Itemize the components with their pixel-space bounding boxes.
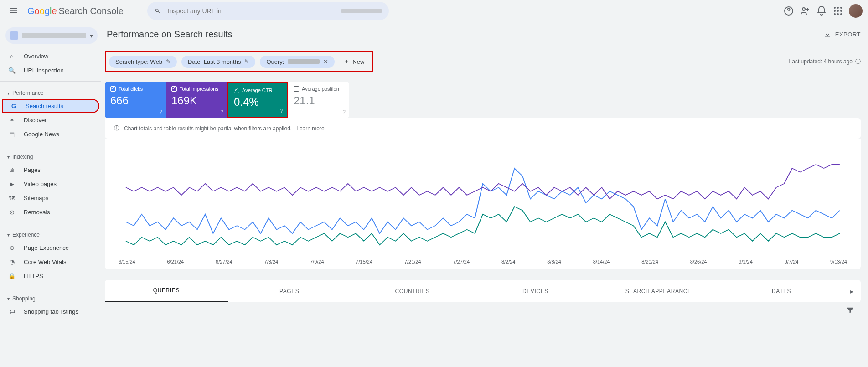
sidebar-section-indexing[interactable]: Indexing: [0, 149, 101, 163]
chevron-down-icon: ▾: [90, 32, 93, 39]
partial-data-notice: ⓘ Chart totals and table results might b…: [105, 118, 861, 139]
pencil-icon: ✎: [166, 58, 170, 65]
sitemap-icon: 🗺: [7, 195, 16, 202]
export-button[interactable]: EXPORT: [823, 31, 861, 39]
url-inspect-input[interactable]: [168, 7, 334, 15]
video-icon: ▶: [7, 181, 16, 187]
checkbox-icon: [234, 88, 239, 93]
add-filter-button[interactable]: ＋ New: [339, 55, 369, 68]
sidebar-item-search-results[interactable]: G Search results: [2, 99, 99, 113]
apps-icon[interactable]: [832, 5, 843, 16]
sidebar-item-https[interactable]: 🔒 HTTPS: [0, 269, 101, 283]
svg-point-6: [837, 10, 839, 12]
results-tabs: QUERIES PAGES COUNTRIES DEVICES SEARCH A…: [105, 280, 861, 302]
speed-icon: ◔: [7, 258, 16, 265]
sidebar-item-core-web-vitals[interactable]: ◔ Core Web Vitals: [0, 255, 101, 269]
help-icon[interactable]: ⓘ: [855, 58, 861, 66]
news-icon: ▤: [7, 131, 16, 138]
sidebar-item-discover[interactable]: ✶ Discover: [0, 113, 101, 127]
sidebar-section-experience[interactable]: Experience: [0, 227, 101, 241]
filter-search-type[interactable]: Search type: Web ✎: [109, 56, 177, 68]
download-icon: [823, 31, 832, 39]
line-chart: [114, 148, 852, 257]
metric-card-position[interactable]: Average position 21.1 ?: [288, 82, 349, 118]
sidebar-item-shopping-tab[interactable]: 🏷 Shopping tab listings: [0, 305, 101, 319]
filter-date[interactable]: Date: Last 3 months ✎: [181, 56, 255, 68]
svg-point-7: [840, 10, 842, 12]
tab-dates[interactable]: DATES: [720, 281, 843, 302]
sidebar-item-video-pages[interactable]: ▶ Video pages: [0, 177, 101, 191]
sidebar-item-pages[interactable]: 🗎 Pages: [0, 163, 101, 177]
google-icon: G: [9, 103, 18, 109]
sidebar-item-page-experience[interactable]: ⊕ Page Experience: [0, 241, 101, 255]
svg-point-4: [840, 7, 842, 9]
redacted-domain: [341, 9, 382, 13]
performance-chart: 6/15/246/21/246/27/247/3/247/9/247/15/24…: [105, 139, 861, 269]
property-name-redacted: [22, 33, 86, 38]
property-selector[interactable]: ▾: [5, 27, 98, 44]
sidebar-item-removals[interactable]: ⊘ Removals: [0, 205, 101, 219]
url-inspect-search[interactable]: [147, 2, 389, 20]
filter-query[interactable]: Query: ✕: [260, 56, 335, 68]
page-title: Performance on Search results: [107, 29, 232, 40]
tab-devices[interactable]: DEVICES: [474, 281, 597, 302]
search-icon: 🔍: [7, 67, 16, 74]
svg-point-10: [840, 13, 842, 15]
filter-icon[interactable]: [105, 302, 861, 315]
svg-point-1: [802, 8, 805, 10]
chevron-right-icon[interactable]: ▸: [843, 288, 861, 295]
checkbox-icon: [110, 86, 116, 92]
pencil-icon: ✎: [244, 58, 249, 65]
plus-circle-icon: ⊕: [7, 244, 16, 251]
users-icon[interactable]: [800, 5, 811, 16]
checkbox-icon: [171, 86, 177, 92]
metric-card-impressions[interactable]: Total impressions 169K ?: [166, 82, 227, 118]
learn-more-link[interactable]: Learn more: [296, 125, 324, 132]
svg-point-8: [834, 13, 836, 15]
home-icon: ⌂: [7, 53, 16, 60]
metric-card-ctr[interactable]: Average CTR 0.4% ?: [227, 82, 288, 118]
tab-countries[interactable]: COUNTRIES: [351, 281, 474, 302]
sidebar-item-google-news[interactable]: ▤ Google News: [0, 127, 101, 141]
query-value-redacted: [288, 59, 320, 64]
property-thumb: [10, 31, 18, 40]
chart-x-axis: 6/15/246/21/246/27/247/3/247/9/247/15/24…: [114, 259, 852, 264]
app-logo[interactable]: Google Search Console: [27, 6, 124, 16]
svg-point-9: [837, 13, 839, 15]
sidebar-section-shopping[interactable]: Shopping: [0, 291, 101, 305]
menu-icon[interactable]: [5, 2, 22, 20]
help-icon[interactable]: ?: [220, 109, 223, 115]
close-icon[interactable]: ✕: [323, 58, 328, 65]
lock-icon: 🔒: [7, 273, 16, 279]
tab-pages[interactable]: PAGES: [228, 281, 351, 302]
removals-icon: ⊘: [7, 209, 16, 216]
svg-point-3: [837, 7, 839, 9]
tab-search-appearance[interactable]: SEARCH APPEARANCE: [597, 281, 720, 302]
checkbox-icon: [294, 86, 299, 92]
sidebar-section-performance[interactable]: Performance: [0, 85, 101, 99]
help-icon[interactable]: [783, 5, 794, 16]
metric-card-clicks[interactable]: Total clicks 666 ?: [105, 82, 166, 118]
help-icon[interactable]: ?: [159, 109, 162, 115]
tag-icon: 🏷: [7, 308, 16, 315]
tab-queries[interactable]: QUERIES: [105, 280, 228, 302]
avatar[interactable]: [849, 4, 863, 18]
svg-point-5: [834, 10, 836, 12]
bell-icon[interactable]: [816, 5, 827, 16]
app-name: Search Console: [59, 6, 124, 16]
last-updated: Last updated: 4 hours ago ⓘ: [789, 58, 861, 66]
metric-cards: Total clicks 666 ? Total impressions 169…: [105, 82, 861, 118]
filter-bar: Search type: Web ✎ Date: Last 3 months ✎…: [105, 51, 373, 72]
search-icon: [155, 7, 160, 15]
sidebar: ▾ ⌂ Overview 🔍 URL inspection Performanc…: [0, 22, 105, 325]
discover-icon: ✶: [7, 117, 16, 124]
sidebar-item-overview[interactable]: ⌂ Overview: [0, 49, 101, 63]
sidebar-item-sitemaps[interactable]: 🗺 Sitemaps: [0, 191, 101, 205]
help-icon[interactable]: ?: [280, 108, 283, 114]
pages-icon: 🗎: [7, 166, 16, 173]
plus-icon: ＋: [344, 57, 350, 66]
info-icon: ⓘ: [114, 124, 119, 132]
svg-point-2: [834, 7, 836, 9]
help-icon[interactable]: ?: [342, 109, 346, 115]
sidebar-item-url-inspection[interactable]: 🔍 URL inspection: [0, 63, 101, 78]
